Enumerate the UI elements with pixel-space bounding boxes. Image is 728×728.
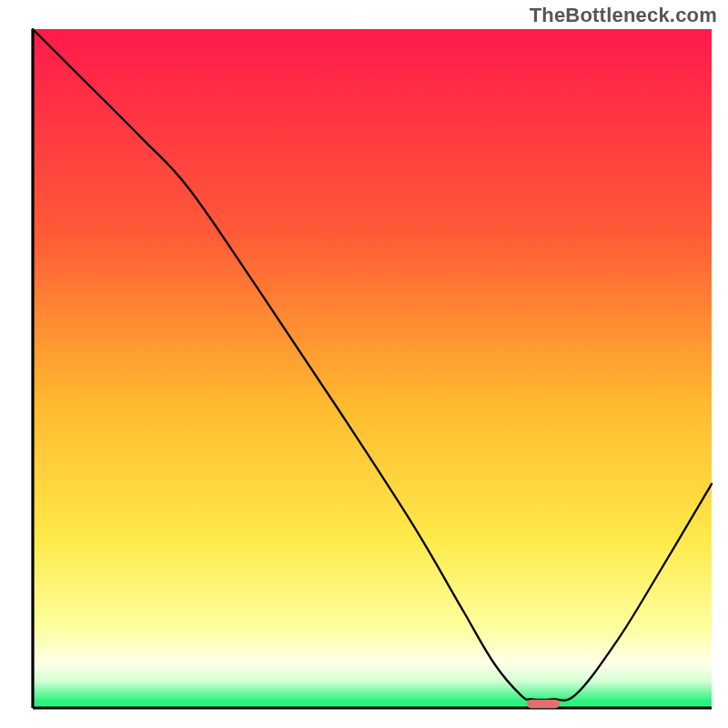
- bottleneck-chart: [0, 0, 728, 728]
- watermark-text: TheBottleneck.com: [530, 4, 717, 27]
- optimum-marker: [527, 700, 560, 709]
- chart-container: TheBottleneck.com: [0, 0, 728, 728]
